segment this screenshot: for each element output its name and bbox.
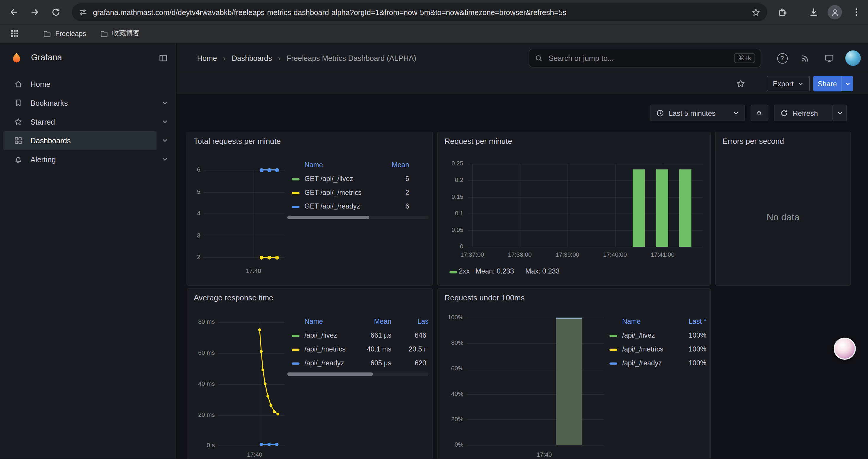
scrollbar-thumb[interactable] [287, 372, 373, 376]
legend-header-mean[interactable]: Mean [374, 318, 392, 326]
tick-label: 20% [438, 416, 463, 422]
series-swatch [291, 349, 299, 351]
sidebar-item-label: Alerting [30, 155, 56, 164]
series-swatch [610, 335, 617, 337]
series-name[interactable]: 2xx [459, 267, 469, 275]
sidebar: Grafana Home Bookmarks [0, 43, 176, 459]
back-icon[interactable] [6, 4, 22, 21]
panel-title[interactable]: Total requests per minute [194, 137, 281, 145]
legend-scrollbar[interactable] [287, 216, 428, 219]
search-input[interactable] [548, 54, 734, 63]
legend-header-name[interactable]: Name [622, 318, 641, 326]
legend-header-name[interactable]: Name [305, 318, 323, 326]
breadcrumb-dashboards[interactable]: Dashboards [231, 54, 272, 62]
legend: Name Mean Las /api/_/livez 661 µs 646 [287, 315, 428, 376]
reload-icon[interactable] [48, 4, 64, 21]
bookmark-freeleaps[interactable]: Freeleaps [37, 27, 91, 40]
chevron-down-icon[interactable] [162, 119, 168, 125]
series-name: /api/_/readyz [622, 359, 662, 367]
breadcrumb-home[interactable]: Home [197, 54, 217, 62]
dashboards-grid-icon [14, 136, 23, 145]
legend-row[interactable]: /api/_/metrics 40.1 ms 20.5 r [287, 343, 428, 357]
series-mean: Mean: 0.233 [476, 267, 514, 275]
tick-label: 60% [438, 365, 463, 371]
sidebar-item-starred[interactable]: Starred [0, 112, 176, 131]
panel-title[interactable]: Requests under 100ms [445, 293, 525, 302]
sidebar-collapse-icon[interactable] [157, 52, 169, 64]
legend-row[interactable]: GET /api/_/livez 6 [287, 173, 428, 187]
series-name: /api/_/readyz [305, 359, 344, 367]
help-icon[interactable]: ? [775, 51, 789, 65]
sidebar-item-alerting[interactable]: Alerting [0, 150, 176, 169]
legend-row[interactable]: /api/_/livez 100% [610, 329, 709, 343]
series-last: 646 [415, 331, 426, 339]
legend-header-name[interactable]: Name [305, 161, 323, 169]
chevron-down-icon[interactable] [162, 137, 168, 144]
chevron-down-icon[interactable] [162, 156, 168, 162]
forward-icon[interactable] [27, 4, 43, 21]
profile-icon[interactable] [826, 4, 843, 21]
legend-row[interactable]: /api/_/readyz 605 µs 620 [287, 357, 428, 371]
tick-label: 60 ms [187, 349, 215, 356]
legend-scrollbar[interactable] [287, 372, 428, 376]
gridline [567, 164, 568, 247]
legend-header-last[interactable]: Last * [689, 318, 706, 326]
star-icon [14, 117, 23, 126]
legend-row[interactable]: /api/_/readyz 100% [610, 357, 709, 371]
gridline [467, 419, 604, 420]
time-range-picker[interactable]: Last 5 minutes [650, 104, 745, 121]
folder-icon [42, 29, 52, 38]
sidebar-item-home[interactable]: Home [0, 75, 176, 94]
panel-title[interactable]: Average response time [194, 293, 273, 302]
bookmark-icon [14, 99, 23, 107]
zoom-out-icon[interactable] [751, 104, 769, 121]
legend-row[interactable]: GET /api/_/readyz 6 [287, 200, 428, 214]
floating-assistant-avatar[interactable] [834, 338, 856, 360]
sidebar-item-dashboards[interactable]: Dashboards [0, 131, 176, 150]
dashboard-actions-bar: Export Share [177, 73, 868, 94]
rss-icon[interactable] [798, 51, 813, 65]
user-avatar[interactable] [845, 51, 861, 66]
share-menu-button[interactable] [841, 76, 853, 91]
panel-title[interactable]: Request per minute [445, 137, 512, 145]
legend-header-last[interactable]: Las [417, 318, 429, 326]
refresh-button[interactable]: Refresh [774, 104, 833, 121]
bookmark-blog[interactable]: 收藏博客 [95, 27, 145, 40]
url-bar[interactable]: grafana.mathmast.com/d/deytv4rwavabkb/fr… [72, 3, 767, 21]
apps-grid-icon[interactable] [6, 26, 22, 41]
legend-header-mean[interactable]: Mean [392, 161, 409, 169]
search-box[interactable]: ⌘+k [529, 49, 761, 68]
chevron-down-icon [844, 80, 850, 87]
chevron-down-icon[interactable] [162, 100, 168, 106]
legend-row[interactable]: GET /api/_/metrics 2 [287, 186, 428, 200]
legend-row[interactable]: /api/_/metrics 100% [610, 343, 709, 357]
bell-icon [14, 155, 23, 164]
chart-request-per-minute[interactable]: 0.250.20.150.10.05017:37:0017:38:0017:39… [438, 132, 710, 285]
scrollbar-thumb[interactable] [287, 216, 369, 219]
tick-label: 17:40 [240, 267, 267, 274]
share-button[interactable]: Share [813, 76, 841, 91]
tick-label: 17:38:00 [501, 251, 538, 258]
gridline [520, 164, 520, 247]
grafana-logo-icon[interactable] [9, 51, 24, 66]
legend-row[interactable]: /api/_/livez 661 µs 646 [287, 329, 428, 343]
panel-title[interactable]: Errors per second [722, 137, 784, 145]
tick-label: 40% [438, 390, 463, 397]
chart-under-100[interactable]: 100%80%60%40%20%0%17:40 [438, 289, 710, 459]
tick-label: 4 [187, 210, 200, 216]
sidebar-brand: Grafana [0, 43, 176, 73]
site-settings-icon[interactable] [79, 8, 88, 17]
bookmark-star-icon[interactable] [751, 7, 761, 17]
favorite-star-icon[interactable] [735, 77, 747, 90]
downloads-icon[interactable] [805, 4, 822, 21]
breadcrumb-separator: › [223, 54, 225, 62]
tick-label: 0.2 [438, 177, 463, 183]
gridline [467, 445, 604, 446]
sidebar-item-bookmarks[interactable]: Bookmarks [0, 94, 176, 112]
export-button[interactable]: Export [767, 76, 809, 91]
series-name: /api/_/livez [305, 331, 337, 339]
extensions-icon[interactable] [774, 4, 790, 21]
monitor-icon[interactable] [822, 51, 836, 65]
refresh-interval-button[interactable] [833, 104, 847, 121]
browser-menu-icon[interactable] [848, 4, 865, 21]
